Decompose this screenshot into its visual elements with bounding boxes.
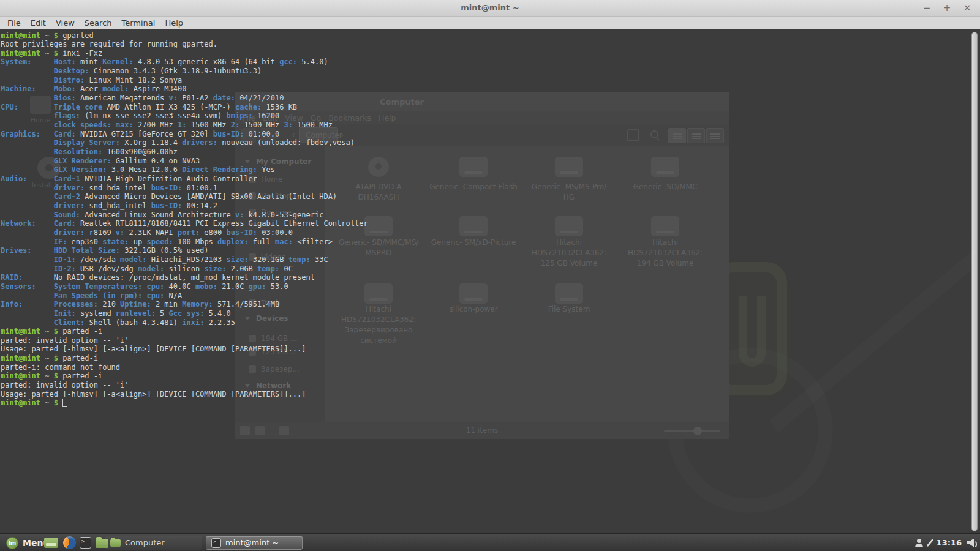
- terminal-line: driver: snd_hda_intel bus-ID: 00:14.2: [1, 201, 368, 211]
- terminal-line: mint@mint ~ $: [1, 399, 368, 408]
- mint-logo-icon: lm: [6, 537, 18, 549]
- folder-icon: [110, 539, 121, 547]
- terminal-line: driver: snd_hda_intel bus-ID: 01:00.1: [1, 184, 368, 193]
- terminal-icon: >_: [211, 538, 221, 548]
- bottom-panel: lm Menu >_ Computer >_ mint@mint ~ 13:16: [0, 533, 980, 551]
- system-tray: 13:16: [914, 534, 978, 551]
- menu-edit[interactable]: Edit: [28, 18, 48, 28]
- terminal-line: Init: systemd runlevel: 5 Gcc sys: 5.4.0: [1, 309, 368, 318]
- terminal-line: Fan Speeds (in rpm): cpu: N/A: [1, 291, 368, 301]
- terminal-line: driver: r8169 v: 2.3LK-NAPI port: e800 b…: [1, 228, 368, 238]
- terminal-line: mint@mint ~ $ inxi -Fxz: [1, 49, 368, 58]
- terminal-line: flags: (lm nx sse sse2 sse3 sse4a svm) b…: [1, 111, 368, 121]
- terminal-line: ID-1: /dev/sda model: Hitachi_HDS72103 s…: [1, 255, 368, 264]
- terminal-output: mint@mint ~ $ gpartedRoot privileges are…: [1, 31, 368, 408]
- terminal-line: Desktop: Cinnamon 3.4.3 (Gtk 3.18.9-1ubu…: [1, 67, 368, 76]
- terminal-line: System: Host: mint Kernel: 4.8.0-53-gene…: [1, 58, 368, 67]
- terminal-line: Bios: American Megatrends v: P01-A2 date…: [1, 94, 368, 103]
- maximize-button[interactable]: +: [940, 1, 954, 15]
- terminal-window[interactable]: Home Install Li... Computer FileEditView…: [0, 29, 980, 533]
- terminal-line: clock speeds: max: 2700 MHz 1: 1500 MHz …: [1, 121, 368, 130]
- terminal-scrollbar[interactable]: [971, 32, 978, 531]
- terminal-line: Network: Card: Realtek RTL8111/8168/8411…: [1, 219, 368, 228]
- clock[interactable]: 13:16: [937, 538, 962, 547]
- terminal-line: Usage: parted [-hlmsv] [-a<align>] [DEVI…: [1, 390, 368, 399]
- minimize-button[interactable]: −: [920, 1, 933, 15]
- user-applet-icon[interactable]: [914, 539, 924, 547]
- terminal-line: Display Server: X.Org 1.18.4 drivers: no…: [1, 138, 368, 148]
- show-desktop-icon[interactable]: [44, 538, 58, 548]
- terminal-line: Machine: Mobo: Acer model: Aspire M3400: [1, 84, 368, 94]
- menu-file[interactable]: File: [5, 18, 23, 28]
- terminal-line: RAID: No RAID devices: /proc/mdstat, md_…: [1, 273, 368, 282]
- terminal-line: Audio: Card-1 NVIDIA High Definition Aud…: [1, 174, 368, 184]
- pen-input-icon[interactable]: [926, 539, 933, 547]
- volume-icon[interactable]: [967, 539, 978, 547]
- terminal-line: parted-i: command not found: [1, 363, 368, 372]
- terminal-launcher-icon[interactable]: >_: [80, 537, 91, 549]
- terminal-line: Graphics: Card: NVIDIA GT215 [GeForce GT…: [1, 130, 368, 139]
- menu-help[interactable]: Help: [162, 18, 186, 28]
- terminal-line: parted: invalid option -- 'i': [1, 381, 368, 390]
- terminal-line: Info: Processes: 210 Uptime: 2 min Memor…: [1, 300, 368, 309]
- terminal-titlebar[interactable]: mint@mint ~ − + ✕: [0, 0, 980, 17]
- terminal-line: mint@mint ~ $ parted -i: [1, 327, 368, 336]
- terminal-line: GLX Version: 3.0 Mesa 12.0.6 Direct Rend…: [1, 165, 368, 174]
- firefox-icon[interactable]: [63, 536, 76, 549]
- terminal-line: mint@mint ~ $ parted -i: [1, 372, 368, 381]
- menu-search[interactable]: Search: [82, 18, 115, 28]
- taskbar-item-computer[interactable]: Computer: [105, 536, 202, 550]
- terminal-line: GLX Renderer: Gallium 0.4 on NVA3: [1, 157, 368, 166]
- terminal-menubar: FileEditViewSearchTerminalHelp: [0, 17, 980, 29]
- terminal-line: Distro: Linux Mint 18.2 Sonya: [1, 76, 368, 85]
- terminal-line: CPU: Triple core AMD Athlon II X3 425 (-…: [1, 103, 368, 112]
- window-title: mint@mint ~: [0, 3, 980, 12]
- terminal-line: Sensors: System Temperatures: cpu: 40.0C…: [1, 282, 368, 291]
- taskbar-item-terminal[interactable]: >_ mint@mint ~: [206, 536, 303, 550]
- terminal-cursor: [62, 399, 67, 407]
- terminal-line: Card-2 Advanced Micro Devices [AMD/ATI] …: [1, 192, 368, 201]
- menu-terminal[interactable]: Terminal: [119, 18, 157, 28]
- terminal-line: mint@mint ~ $ gparted: [1, 31, 368, 40]
- terminal-line: mint@mint ~ $ parted-i: [1, 354, 368, 363]
- terminal-line: Sound: Advanced Linux Sound Architecture…: [1, 211, 368, 220]
- terminal-line: Client: Shell (bash 4.3.481) inxi: 2.2.3…: [1, 318, 368, 328]
- terminal-line: IF: enp3s0 state: up speed: 100 Mbps dup…: [1, 238, 368, 247]
- window-controls: − + ✕: [920, 1, 974, 15]
- terminal-line: Usage: parted [-hlmsv] [-a<align>] [DEVI…: [1, 345, 368, 354]
- terminal-line: Resolution: 980x551@60.00hz: [1, 148, 368, 157]
- menu-view[interactable]: View: [53, 18, 77, 28]
- terminal-line: Drives: HDD Total Size: 322.1GB (0.5% us…: [1, 246, 368, 255]
- close-button[interactable]: ✕: [960, 1, 974, 15]
- terminal-line: parted: invalid option -- 'i': [1, 336, 368, 345]
- terminal-line: ID-2: USB /dev/sdg model: silicon size: …: [1, 264, 368, 274]
- terminal-line: Root privileges are required for running…: [1, 40, 368, 49]
- terminal-screen[interactable]: mint@mint ~ $ gpartedRoot privileges are…: [0, 29, 980, 533]
